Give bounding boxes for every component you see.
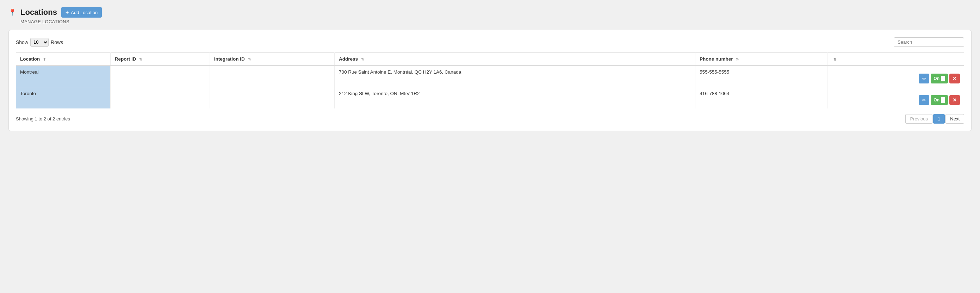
toronto-location-cell: Toronto: [16, 88, 110, 109]
col-phone-number-label: Phone number: [700, 56, 733, 62]
locations-table: Location ⬆ Report ID ⇅ Integration ID ⇅ …: [16, 53, 964, 108]
showing-entries-text: Showing 1 to 2 of 2 entries: [16, 116, 70, 121]
toronto-address-cell: 212 King St W, Toronto, ON, M5V 1R2: [335, 88, 695, 109]
show-rows-control: Show 5 10 25 50 100 Rows: [16, 38, 63, 47]
table-row: Montreal 700 Rue Saint Antoine E, Montré…: [16, 65, 964, 88]
col-location-label: Location: [20, 56, 40, 62]
montreal-actions: ✏ On ✕: [832, 69, 960, 83]
montreal-phone-cell: 555-555-5555: [695, 65, 827, 88]
toronto-report-id-cell: [110, 88, 210, 109]
col-phone-number[interactable]: Phone number ⇅: [695, 53, 827, 66]
sort-phone-icon: ⇅: [736, 57, 739, 61]
sort-integration-id-icon: ⇅: [248, 57, 251, 61]
col-report-id[interactable]: Report ID ⇅: [110, 53, 210, 66]
delete-icon: ✕: [953, 97, 957, 103]
toronto-status-label: On: [934, 97, 940, 102]
col-address[interactable]: Address ⇅: [335, 53, 695, 66]
show-label: Show: [16, 40, 28, 45]
edit-icon: ✏: [922, 97, 926, 103]
toronto-actions: ✏ On ✕: [832, 91, 960, 105]
montreal-actions-cell: ✏ On ✕: [827, 65, 964, 88]
col-address-label: Address: [339, 56, 358, 62]
montreal-toggle-button[interactable]: On: [931, 73, 948, 83]
sort-location-icon: ⬆: [43, 57, 46, 61]
montreal-status-label: On: [934, 76, 940, 81]
toggle-slider-icon: [941, 76, 945, 81]
location-icon: 📍: [8, 8, 16, 16]
manage-locations-label: MANAGE LOCATIONS: [21, 19, 972, 24]
previous-page-button[interactable]: Previous: [905, 114, 932, 124]
toronto-delete-button[interactable]: ✕: [949, 95, 960, 105]
page-title: Locations: [21, 8, 57, 17]
rows-per-page-select[interactable]: 5 10 25 50 100: [30, 38, 49, 47]
table-controls: Show 5 10 25 50 100 Rows: [16, 37, 964, 47]
next-page-button[interactable]: Next: [945, 114, 964, 124]
page-header: 📍 Locations + Add Location MANAGE LOCATI…: [8, 7, 972, 24]
col-integration-id-label: Integration ID: [214, 56, 245, 62]
sort-address-icon: ⇅: [361, 57, 364, 61]
montreal-report-id-cell: [110, 65, 210, 88]
col-report-id-label: Report ID: [115, 56, 136, 62]
table-row: Toronto 212 King St W, Toronto, ON, M5V …: [16, 88, 964, 109]
search-input[interactable]: [894, 37, 964, 47]
rows-label: Rows: [51, 40, 63, 45]
table-footer: Showing 1 to 2 of 2 entries Previous 1 N…: [16, 114, 964, 124]
col-actions: ⇅: [827, 53, 964, 66]
col-integration-id[interactable]: Integration ID ⇅: [210, 53, 334, 66]
main-card: Show 5 10 25 50 100 Rows Location ⬆ Repo…: [8, 30, 972, 131]
montreal-integration-id-cell: [210, 65, 334, 88]
pagination: Previous 1 Next: [905, 114, 964, 124]
toronto-edit-button[interactable]: ✏: [919, 95, 929, 105]
toronto-actions-cell: ✏ On ✕: [827, 88, 964, 109]
col-location[interactable]: Location ⬆: [16, 53, 110, 66]
toronto-toggle-button[interactable]: On: [931, 95, 948, 105]
toronto-integration-id-cell: [210, 88, 334, 109]
add-location-button[interactable]: + Add Location: [61, 7, 102, 18]
add-location-label: Add Location: [71, 10, 97, 15]
edit-icon: ✏: [922, 76, 926, 81]
delete-icon: ✕: [953, 76, 957, 81]
toronto-phone-cell: 416-788-1064: [695, 88, 827, 109]
table-header-row: Location ⬆ Report ID ⇅ Integration ID ⇅ …: [16, 53, 964, 66]
header-top: 📍 Locations + Add Location: [8, 7, 972, 18]
montreal-edit-button[interactable]: ✏: [919, 73, 929, 83]
montreal-location-cell: Montreal: [16, 65, 110, 88]
sort-actions-icon: ⇅: [834, 57, 836, 61]
montreal-address-cell: 700 Rue Saint Antoine E, Montréal, QC H2…: [335, 65, 695, 88]
plus-icon: +: [65, 9, 69, 16]
montreal-delete-button[interactable]: ✕: [949, 73, 960, 83]
sort-report-id-icon: ⇅: [139, 57, 142, 61]
toggle-slider-icon: [941, 97, 945, 103]
page-1-button[interactable]: 1: [933, 114, 945, 124]
